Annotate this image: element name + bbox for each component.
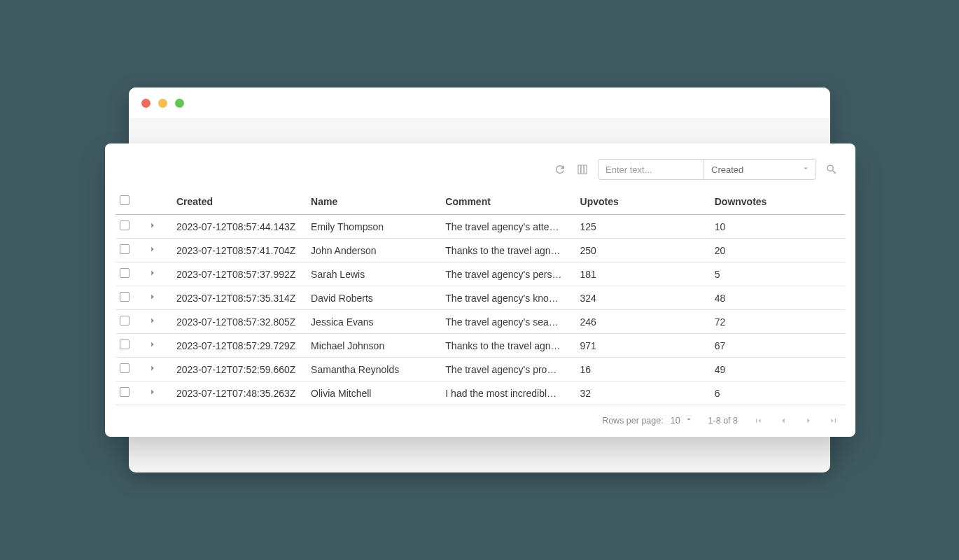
cell-upvotes: 246 [576,310,710,334]
cell-created: 2023-07-12T08:57:29.729Z [172,334,307,358]
cell-comment: Thanks to the travel agn… [441,334,575,358]
cell-upvotes: 971 [576,334,710,358]
cell-comment: The travel agency's atte… [441,215,575,239]
last-page-button[interactable] [829,416,839,426]
chevron-down-icon [802,164,810,175]
first-page-button[interactable] [753,416,763,426]
row-checkbox[interactable] [120,244,130,254]
expand-row-icon[interactable] [148,268,158,278]
columns-icon[interactable] [575,162,589,176]
table-row: 2023-07-12T08:57:29.729ZMichael JohnsonT… [115,334,845,358]
cell-created: 2023-07-12T08:57:35.314Z [172,286,307,310]
cell-created: 2023-07-12T08:57:32.805Z [172,310,307,334]
cell-name: Emily Thompson [307,215,441,239]
cell-upvotes: 324 [576,286,710,310]
cell-comment: The travel agency's pro… [441,358,575,382]
search-group: Created [598,159,816,180]
filter-field-value: Created [711,164,743,175]
maximize-window-button[interactable] [175,99,184,108]
table-row: 2023-07-12T08:57:35.314ZDavid RobertsThe… [115,286,845,310]
minimize-window-button[interactable] [158,99,167,108]
search-input[interactable] [598,159,704,180]
cell-created: 2023-07-12T07:52:59.660Z [172,358,307,382]
cell-downvotes: 72 [710,310,845,334]
table-row: 2023-07-12T07:48:35.263ZOlivia MitchellI… [115,382,845,405]
prev-page-button[interactable] [778,416,788,426]
expand-row-icon[interactable] [148,363,158,373]
browser-titlebar [129,88,830,118]
cell-downvotes: 48 [710,286,845,310]
row-checkbox[interactable] [120,268,130,278]
cell-created: 2023-07-12T07:48:35.263Z [172,382,307,405]
cell-comment: The travel agency's kno… [441,286,575,310]
cell-name: Olivia Mitchell [307,382,441,405]
cell-upvotes: 181 [576,262,710,286]
cell-upvotes: 32 [576,382,710,405]
cell-comment: The travel agency's sea… [441,310,575,334]
table-row: 2023-07-12T08:57:37.992ZSarah LewisThe t… [115,262,845,286]
column-header-name[interactable]: Name [307,190,441,215]
cell-downvotes: 49 [710,358,845,382]
pagination: Rows per page: 10 1-8 of 8 [105,405,855,431]
cell-upvotes: 125 [576,215,710,239]
table-row: 2023-07-12T08:57:41.704ZJohn AndersonTha… [115,239,845,262]
table-row: 2023-07-12T07:52:59.660ZSamantha Reynold… [115,358,845,382]
cell-name: Jessica Evans [307,310,441,334]
page-nav [753,416,839,426]
expand-row-icon[interactable] [148,244,158,254]
cell-name: Samantha Reynolds [307,358,441,382]
cell-comment: I had the most incredibl… [441,382,575,405]
filter-field-select[interactable]: Created [704,159,816,180]
rows-per-page-select[interactable]: 10 [671,415,693,426]
pagination-range: 1-8 of 8 [708,416,738,426]
cell-created: 2023-07-12T08:57:37.992Z [172,262,307,286]
row-checkbox[interactable] [120,292,130,302]
close-window-button[interactable] [141,99,150,108]
rows-per-page-label: Rows per page: [602,416,664,426]
cell-name: David Roberts [307,286,441,310]
table-row: 2023-07-12T08:57:44.143ZEmily ThompsonTh… [115,215,845,239]
expand-row-icon[interactable] [148,340,158,349]
row-checkbox[interactable] [120,387,130,397]
cell-upvotes: 16 [576,358,710,382]
expand-row-icon[interactable] [148,292,158,302]
caret-down-icon [685,415,693,426]
expand-row-icon[interactable] [148,387,158,397]
column-header-downvotes[interactable]: Downvotes [710,190,845,215]
table-header-row: Created Name Comment Upvotes Downvotes [115,190,845,215]
rows-per-page-value: 10 [671,416,680,426]
cell-created: 2023-07-12T08:57:41.704Z [172,239,307,262]
expand-row-icon[interactable] [148,220,158,230]
cell-name: John Anderson [307,239,441,262]
traffic-lights [141,99,184,108]
cell-downvotes: 67 [710,334,845,358]
cell-name: Sarah Lewis [307,262,441,286]
column-header-comment[interactable]: Comment [441,190,575,215]
row-checkbox[interactable] [120,340,130,349]
row-checkbox[interactable] [120,363,130,373]
row-checkbox[interactable] [120,220,130,230]
cell-downvotes: 20 [710,239,845,262]
table-row: 2023-07-12T08:57:32.805ZJessica EvansThe… [115,310,845,334]
cell-comment: The travel agency's pers… [441,262,575,286]
column-header-upvotes[interactable]: Upvotes [576,190,710,215]
next-page-button[interactable] [804,416,813,426]
search-icon[interactable] [825,162,839,176]
cell-downvotes: 5 [710,262,845,286]
data-panel: Created Created Name Comment Upvotes Dow… [105,144,855,437]
cell-downvotes: 10 [710,215,845,239]
cell-name: Michael Johnson [307,334,441,358]
select-all-checkbox[interactable] [120,195,130,205]
data-table: Created Name Comment Upvotes Downvotes 2… [115,190,845,405]
expand-row-icon[interactable] [148,316,158,326]
cell-created: 2023-07-12T08:57:44.143Z [172,215,307,239]
cell-comment: Thanks to the travel agn… [441,239,575,262]
panel-toolbar: Created [105,144,855,190]
refresh-icon[interactable] [553,162,567,176]
rows-per-page-group: Rows per page: 10 [602,415,692,426]
column-header-created[interactable]: Created [172,190,307,215]
cell-downvotes: 6 [710,382,845,405]
row-checkbox[interactable] [120,316,130,326]
cell-upvotes: 250 [576,239,710,262]
